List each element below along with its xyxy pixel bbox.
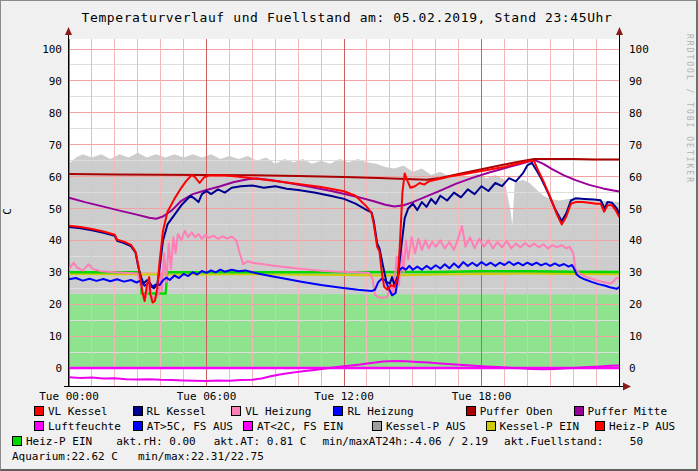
legend-row-2: LuftfeuchteAT>5C, FS AUSAT<2C, FS EINKes… [1, 419, 698, 434]
rrd-graph-image: Temperaturverlauf und Fuellstand am: 05.… [0, 0, 698, 471]
legend-swatch [133, 406, 143, 416]
legend-swatch [231, 406, 241, 416]
legend-item: Puffer Oben [466, 404, 553, 419]
y-tick-label-right: 80 [629, 107, 642, 120]
y-tick-label-left: 40 [49, 234, 62, 247]
chart-canvas: 0010102020303040405050606070708080909010… [1, 1, 698, 471]
y-axis-arrow-right [616, 27, 623, 35]
legend-label: min/maxAT24h:-4.06 / 2.19 [322, 435, 488, 448]
legend-label: Heiz-P AUS [609, 420, 675, 433]
legend-swatch [12, 436, 22, 446]
y-tick-label-left: 20 [49, 298, 62, 311]
y-tick-label-left: 80 [49, 107, 62, 120]
legend-swatch [133, 421, 143, 431]
legend-swatch [574, 406, 584, 416]
legend-item: RL Kessel [133, 404, 207, 419]
y-tick-label-left: 0 [55, 362, 62, 375]
legend-item: Kessel-P AUS [372, 419, 465, 434]
legend-label: AT<2C, FS EIN [257, 420, 343, 433]
legend-label: Kessel-P AUS [386, 420, 465, 433]
legend-label: RL Heizung [347, 405, 413, 418]
legend-swatch [34, 421, 44, 431]
legend-swatch [595, 421, 605, 431]
legend-item: Kessel-P EIN [486, 419, 579, 434]
legend-stat: akt.Fuellstand: 50 [504, 434, 643, 449]
legend-swatch [333, 406, 343, 416]
legend-label: akt.AT: 0.81 C [214, 435, 307, 448]
legend-label: min/max:22.31/22.75 [138, 450, 264, 463]
x-tick-label: Tue 18:00 [452, 390, 512, 403]
y-tick-label-right: 60 [629, 171, 642, 184]
x-axis-arrow [623, 383, 631, 391]
legend-stat: akt.rH: 0.00 [116, 434, 195, 449]
y-tick-label-left: 100 [42, 43, 62, 56]
legend-stat: min/maxAT24h:-4.06 / 2.19 [322, 434, 488, 449]
legend-row-1: VL KesselRL KesselVL HeizungRL HeizungPu… [1, 404, 698, 419]
legend-item: VL Heizung [231, 404, 311, 419]
x-tick-label: Tue 06:00 [177, 390, 237, 403]
legend-swatch [466, 406, 476, 416]
legend-item: AT>5C, FS AUS [133, 419, 233, 434]
legend-label: Kessel-P EIN [500, 420, 579, 433]
legend-swatch [34, 406, 44, 416]
y-tick-label-right: 40 [629, 234, 642, 247]
legend-item: AT<2C, FS EIN [243, 419, 343, 434]
legend-item: RL Heizung [333, 404, 413, 419]
y-tick-label-left: 10 [49, 330, 62, 343]
y-tick-label-left: 50 [49, 203, 62, 216]
legend-row-3: Heiz-P EINakt.rH: 0.00akt.AT: 0.81 Cmin/… [1, 434, 698, 449]
legend-item: Luftfeuchte [34, 419, 121, 434]
y-tick-label-left: 60 [49, 171, 62, 184]
legend-row-4: Aquarium:22.62 Cmin/max:22.31/22.75 [1, 449, 698, 464]
y-tick-label-right: 0 [629, 362, 636, 375]
legend-swatch [486, 421, 496, 431]
legend-item: VL Kessel [34, 404, 108, 419]
y-tick-label-right: 70 [629, 139, 642, 152]
y-tick-label-left: 90 [49, 75, 62, 88]
y-tick-label-right: 10 [629, 330, 642, 343]
y-tick-label-right: 100 [629, 43, 649, 56]
legend-stat: min/max:22.31/22.75 [138, 449, 264, 464]
rrdtool-watermark: RRDTOOL / TOBI OETIKER [685, 34, 694, 184]
legend-label: Heiz-P EIN [26, 435, 92, 448]
legend-item: Heiz-P AUS [595, 419, 675, 434]
y-tick-label-left: 70 [49, 139, 62, 152]
legend-stat: akt.AT: 0.81 C [214, 434, 307, 449]
legend-label: akt.Fuellstand: 50 [504, 435, 643, 448]
legend-label: VL Kessel [48, 405, 108, 418]
y-axis-arrow-left [65, 27, 72, 35]
y-tick-label-left: 30 [49, 266, 62, 279]
chart-legend: VL KesselRL KesselVL HeizungRL HeizungPu… [1, 404, 698, 464]
legend-item: Puffer Mitte [574, 404, 667, 419]
legend-label: VL Heizung [245, 405, 311, 418]
legend-label: akt.rH: 0.00 [116, 435, 195, 448]
y-tick-label-right: 50 [629, 203, 642, 216]
y-tick-label-right: 20 [629, 298, 642, 311]
legend-label: RL Kessel [147, 405, 207, 418]
legend-label: AT>5C, FS AUS [147, 420, 233, 433]
legend-label: Puffer Oben [480, 405, 553, 418]
x-tick-label: Tue 00:00 [39, 390, 99, 403]
legend-label: Puffer Mitte [588, 405, 667, 418]
legend-swatch [372, 421, 382, 431]
legend-stat: Aquarium:22.62 C [12, 449, 118, 464]
legend-label: Luftfeuchte [48, 420, 121, 433]
legend-swatch [243, 421, 253, 431]
y-tick-label-right: 30 [629, 266, 642, 279]
legend-item: Heiz-P EIN [12, 434, 92, 449]
y-tick-label-right: 90 [629, 75, 642, 88]
x-tick-label: Tue 12:00 [314, 390, 374, 403]
legend-label: Aquarium:22.62 C [12, 450, 118, 463]
